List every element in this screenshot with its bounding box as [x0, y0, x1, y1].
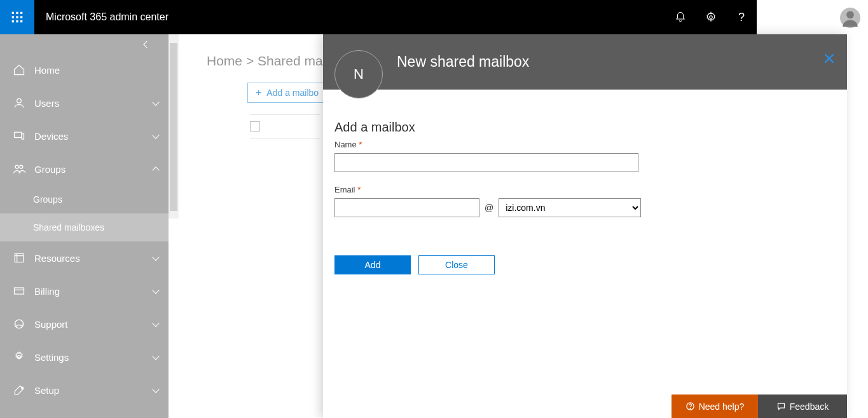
- setup-icon: [13, 384, 25, 396]
- sidebar-label: Setup: [34, 385, 143, 396]
- name-input[interactable]: [334, 153, 638, 172]
- breadcrumb-home[interactable]: Home: [207, 53, 242, 68]
- help-button[interactable]: ?: [726, 0, 757, 34]
- chevron-down-icon: [153, 98, 158, 109]
- person-icon: [841, 9, 859, 27]
- svg-rect-4: [16, 16, 18, 18]
- breadcrumb-current: Shared mail: [258, 53, 329, 68]
- select-all-checkbox[interactable]: [250, 121, 260, 131]
- notifications-button[interactable]: [665, 0, 696, 34]
- panel-title: New shared mailbox: [397, 53, 529, 71]
- sidebar-label: Billing: [34, 286, 143, 297]
- need-help-button[interactable]: Need help?: [672, 394, 758, 418]
- panel-header: N New shared mailbox: [323, 34, 847, 90]
- svg-point-15: [20, 165, 23, 168]
- close-button[interactable]: Close: [418, 255, 495, 274]
- sidebar-label: Support: [34, 319, 143, 330]
- feedback-button[interactable]: Feedback: [758, 394, 847, 418]
- breadcrumb-sep: >: [246, 53, 254, 68]
- chevron-down-icon: [153, 385, 158, 396]
- plus-icon: +: [256, 87, 261, 98]
- sidebar-sublabel: Groups: [33, 194, 62, 205]
- panel-actions: Add Close: [334, 255, 847, 274]
- sidebar-subitem-groups[interactable]: Groups: [0, 185, 169, 213]
- close-icon: [823, 52, 836, 65]
- sidebar-item-billing[interactable]: Billing: [0, 274, 169, 307]
- account-area: [840, 8, 860, 28]
- sidebar-sublabel: Shared mailboxes: [33, 222, 104, 233]
- sidebar-item-settings[interactable]: Settings: [0, 340, 169, 374]
- add-mailbox-label: Add a mailbo: [266, 88, 319, 98]
- panel-subtitle: Add a mailbox: [334, 120, 847, 135]
- sidebar-label: Home: [34, 65, 169, 76]
- question-icon: ?: [738, 11, 745, 24]
- add-mailbox-button[interactable]: + Add a mailbo: [247, 83, 327, 103]
- sidebar-label: Users: [34, 98, 143, 109]
- sidebar-item-resources[interactable]: Resources: [0, 241, 169, 274]
- chat-icon: [776, 401, 786, 411]
- svg-rect-0: [12, 12, 14, 14]
- sidebar-item-devices[interactable]: Devices: [0, 119, 169, 152]
- gear-icon: [705, 11, 717, 23]
- svg-rect-6: [12, 20, 14, 22]
- add-button[interactable]: Add: [334, 255, 411, 274]
- chevron-left-icon: [144, 38, 149, 50]
- svg-rect-1: [16, 12, 18, 14]
- sidebar-item-setup[interactable]: Setup: [0, 374, 169, 407]
- svg-rect-5: [20, 16, 22, 18]
- panel-avatar: N: [334, 50, 383, 98]
- support-icon: [13, 318, 25, 330]
- svg-point-11: [17, 98, 22, 103]
- svg-point-9: [710, 16, 713, 19]
- billing-icon: [13, 285, 25, 297]
- email-local-input[interactable]: [334, 198, 479, 217]
- waffle-icon: [11, 11, 24, 24]
- sidebar-item-support[interactable]: Support: [0, 307, 169, 340]
- app-title: Microsoft 365 admin center: [46, 11, 665, 23]
- chevron-down-icon: [153, 131, 158, 142]
- svg-rect-16: [15, 253, 23, 262]
- panel-close-button[interactable]: [823, 52, 836, 67]
- svg-point-14: [15, 165, 18, 168]
- name-field-label: Name *: [334, 140, 847, 149]
- sidebar-collapse-button[interactable]: [0, 34, 169, 53]
- gear-icon: [13, 351, 25, 363]
- sidebar-item-users[interactable]: Users: [0, 86, 169, 119]
- svg-rect-3: [12, 16, 14, 18]
- chevron-down-icon: [153, 352, 158, 363]
- bell-icon: [675, 11, 686, 23]
- chevron-up-icon: [153, 164, 158, 175]
- account-avatar[interactable]: [840, 8, 860, 28]
- sidebar-item-home[interactable]: Home: [0, 53, 169, 86]
- email-domain-select[interactable]: izi.com.vn: [499, 198, 641, 217]
- svg-rect-8: [20, 20, 22, 22]
- svg-point-22: [690, 408, 691, 409]
- chevron-down-icon: [153, 319, 158, 330]
- info-icon: [685, 401, 695, 411]
- feedback-label: Feedback: [790, 401, 829, 412]
- scrollbar-thumb[interactable]: [170, 43, 177, 211]
- svg-rect-13: [22, 134, 24, 139]
- sidebar-label: Groups: [34, 164, 143, 175]
- nav-sidebar: Home Users Devices Groups Groups Shared …: [0, 34, 169, 418]
- svg-point-10: [846, 11, 854, 19]
- global-header: Microsoft 365 admin center ?: [0, 0, 757, 34]
- sidebar-label: Settings: [34, 352, 143, 363]
- panel-avatar-letter: N: [354, 66, 364, 83]
- sidebar-subitem-shared-mailboxes[interactable]: Shared mailboxes: [0, 213, 169, 241]
- email-field-label: Email *: [334, 185, 847, 194]
- chevron-down-icon: [153, 286, 158, 297]
- header-actions: ?: [665, 0, 757, 34]
- users-icon: [13, 97, 25, 109]
- chevron-down-icon: [153, 253, 158, 264]
- svg-rect-12: [15, 132, 22, 137]
- settings-button[interactable]: [696, 0, 726, 34]
- app-launcher-button[interactable]: [0, 0, 34, 34]
- svg-rect-17: [15, 288, 24, 294]
- devices-icon: [13, 130, 25, 142]
- sidebar-label: Resources: [34, 253, 143, 264]
- resources-icon: [13, 252, 25, 264]
- home-icon: [13, 64, 25, 76]
- sidebar-item-groups[interactable]: Groups: [0, 152, 169, 185]
- svg-rect-7: [16, 20, 18, 22]
